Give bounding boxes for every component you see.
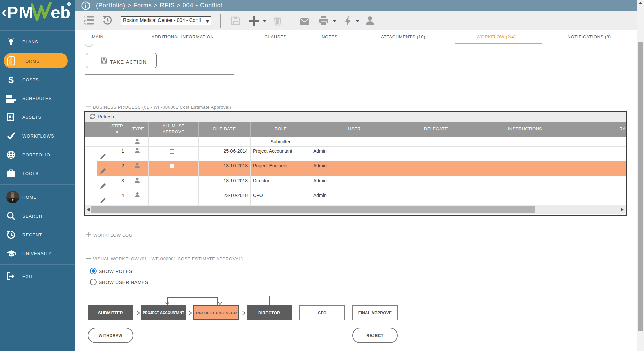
svg-text:R: R [68, 3, 70, 5]
svg-text:2: 2 [84, 19, 86, 23]
svg-text:eb: eb [51, 3, 70, 22]
svg-text:1: 1 [84, 16, 86, 19]
svg-text:$: $ [8, 75, 14, 85]
svg-text:3: 3 [84, 23, 86, 25]
svg-text:PM: PM [7, 3, 34, 22]
